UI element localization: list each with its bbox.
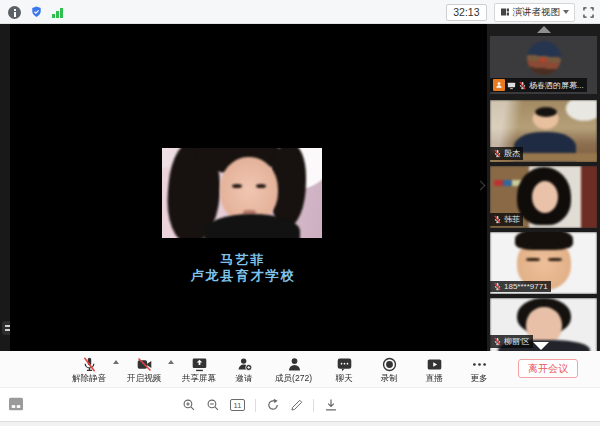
participant-tile[interactable]: 殷杰: [490, 100, 597, 162]
meeting-info-icon[interactable]: [8, 6, 21, 19]
download-icon[interactable]: [324, 398, 338, 412]
meeting-toolbar: 解除静音 开启视频 共享屏幕: [0, 351, 600, 387]
participant-label: 韩菲: [490, 213, 523, 226]
camera-muted-icon: [136, 355, 153, 373]
invite-button[interactable]: 邀请: [223, 352, 265, 386]
live-stream-button[interactable]: 直播: [413, 352, 455, 386]
presenter-badge-icon: [493, 79, 505, 91]
leave-meeting-button[interactable]: 离开会议: [518, 359, 578, 378]
participant-name: 韩菲: [504, 214, 520, 225]
participant-name: 殷杰: [504, 148, 520, 159]
zoom-out-icon[interactable]: [206, 398, 220, 412]
invite-label: 邀请: [235, 373, 252, 383]
chevron-down-icon: [563, 10, 569, 14]
refresh-icon[interactable]: [266, 398, 280, 412]
mic-muted-mini-icon: [493, 149, 502, 158]
participant-tile-screen-share[interactable]: 杨春洒的屏幕...: [490, 36, 597, 94]
chat-label: 聊天: [335, 373, 352, 383]
participant-label: 杨春洒的屏幕...: [490, 78, 587, 92]
meeting-topbar: 32:13 演讲者视图: [0, 0, 600, 24]
participant-name: 杨春洒的屏幕...: [529, 80, 584, 91]
participant-tile[interactable]: 韩菲: [490, 166, 597, 228]
fullscreen-icon[interactable]: [582, 6, 595, 19]
zoom-in-icon[interactable]: [182, 398, 196, 412]
divider: [255, 399, 256, 412]
share-screen-button[interactable]: 共享屏幕: [178, 352, 220, 386]
record-button[interactable]: 录制: [368, 352, 410, 386]
mic-muted-mini-icon: [493, 215, 502, 224]
members-label: 成员(272): [275, 373, 312, 383]
participant-name: 185****9771: [504, 282, 548, 291]
layout-icon: [500, 7, 510, 17]
meeting-timer: 32:13: [446, 4, 486, 21]
unmute-label: 解除静音: [72, 373, 106, 383]
participant-name: 柳丽'区: [504, 336, 530, 347]
members-icon: [286, 355, 303, 373]
mic-muted-mini-icon: [518, 81, 527, 90]
start-video-button[interactable]: 开启视频: [123, 352, 165, 386]
mic-options-caret[interactable]: [113, 360, 119, 364]
record-icon: [381, 355, 398, 373]
more-button[interactable]: 更多: [458, 352, 500, 386]
document-toolbar: 11: [0, 387, 600, 421]
more-icon: [471, 355, 488, 373]
network-signal-icon[interactable]: [52, 7, 63, 18]
speaker-video[interactable]: [162, 148, 322, 238]
meeting-content: 马艺菲 卢龙县育才学校 杨春洒的屏幕...: [0, 24, 600, 351]
speaker-view-button[interactable]: 演讲者视图: [494, 3, 576, 22]
participant-tile[interactable]: 185****9771: [490, 232, 597, 294]
share-screen-label: 共享屏幕: [182, 373, 216, 383]
mic-muted-mini-icon: [493, 337, 502, 346]
participant-label: 殷杰: [490, 147, 523, 160]
live-stream-label: 直播: [425, 373, 442, 383]
invite-icon: [236, 355, 253, 373]
divider: [313, 399, 314, 412]
scroll-up-icon[interactable]: [537, 26, 551, 33]
speaker-school: 卢龙县育才学校: [113, 267, 373, 285]
video-options-caret[interactable]: [168, 360, 174, 364]
page-indicator[interactable]: 11: [230, 399, 245, 411]
chevron-right-icon[interactable]: [476, 181, 486, 191]
screen-share-mini-icon: [507, 81, 516, 90]
security-shield-icon[interactable]: [30, 5, 43, 19]
window-footer-strip: [0, 421, 600, 426]
participants-sidebar: 杨春洒的屏幕... 殷杰: [487, 24, 600, 351]
screen-share-icon: [191, 355, 208, 373]
mic-muted-icon: [81, 355, 98, 373]
record-label: 录制: [380, 373, 397, 383]
scroll-down-icon[interactable]: [533, 342, 549, 350]
members-button[interactable]: 成员(272): [268, 352, 320, 386]
chat-icon: [336, 355, 353, 373]
mic-muted-mini-icon: [493, 282, 502, 291]
unmute-button[interactable]: 解除静音: [68, 352, 110, 386]
more-label: 更多: [470, 373, 487, 383]
left-panel-strip: [0, 24, 10, 351]
start-video-label: 开启视频: [127, 373, 161, 383]
main-video-stage: 马艺菲 卢龙县育才学校: [10, 24, 487, 351]
speaker-view-label: 演讲者视图: [513, 6, 561, 19]
live-stream-icon: [426, 355, 443, 373]
chat-button[interactable]: 聊天: [323, 352, 365, 386]
participant-label: 185****9771: [490, 281, 551, 292]
participant-label: 柳丽'区: [490, 335, 533, 348]
pencil-icon[interactable]: [290, 399, 303, 412]
